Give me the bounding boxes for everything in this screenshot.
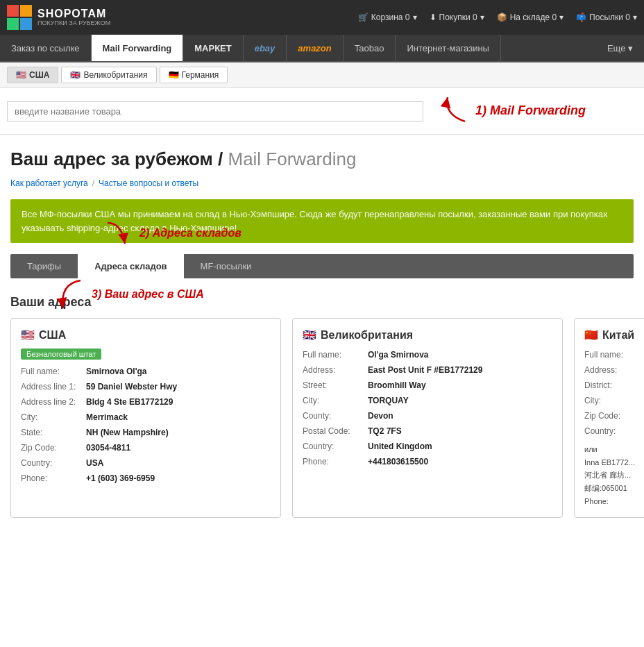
usa-zip-value: 03054-4811 [86, 442, 130, 454]
uk-phone-value: +441803615500 [368, 455, 428, 468]
china-inna-text: Inna EB1772... [584, 456, 644, 469]
brand-tagline: ПОКУПКИ ЗА РУБЕЖОМ [37, 20, 110, 27]
china-card-title: 🇨🇳 Китай [584, 328, 644, 342]
uk-fullname-value: Ol'ga Smirnova [368, 348, 429, 361]
nav-more[interactable]: Еще ▾ [596, 35, 644, 61]
uk-addr-label: Address: [303, 364, 365, 376]
uk-postal-label: Postal Code: [303, 425, 365, 437]
search-row: 1) Mail Forwarding [7, 94, 637, 128]
usa-addr2-label: Address line 2: [21, 396, 83, 408]
nav-taobao[interactable]: Taobao [344, 35, 396, 61]
china-city-row: City: [584, 394, 644, 407]
warehouse-nav-item[interactable]: 📦 На складе 0 ▾ [497, 12, 564, 22]
search-area: 1) Mail Forwarding [0, 88, 644, 135]
uk-flag: 🇬🇧 [70, 70, 80, 80]
usa-addr2-row: Address line 2: Bldg 4 Ste EB1772129 [21, 396, 271, 408]
nav-internet[interactable]: Интернет-магазины [396, 35, 501, 61]
usa-state-row: State: NH (New Hampshire) [21, 426, 271, 439]
nav-order[interactable]: Заказ по ссылке [0, 35, 92, 61]
country-tab-de[interactable]: 🇩🇪 Германия [160, 67, 228, 83]
section-title: Ваши адреса [10, 295, 634, 310]
logo-icon [7, 5, 32, 30]
usa-country-label: Country: [21, 457, 83, 469]
top-nav: 🛒 Корзина 0 ▾ ⬇ Покупки 0 ▾ 📦 На складе … [358, 12, 637, 22]
uk-street-value: Broomhill Way [368, 379, 426, 392]
uk-addr-value: East Post Unit F #EB1772129 [368, 364, 482, 376]
info-box: Все МФ-посылки США мы принимаем на склад… [10, 199, 634, 243]
usa-city-row: City: Merrimack [21, 411, 271, 423]
tab-mf[interactable]: МF-посылки [184, 254, 269, 278]
svg-rect-2 [7, 18, 19, 30]
svg-rect-1 [20, 5, 32, 17]
china-fullname-label: Full name: [584, 348, 644, 361]
usa-addr1-value: 59 Daniel Webster Hwy [86, 380, 177, 393]
purchases-label: Покупки 0 [439, 12, 477, 22]
china-province-text: 河北省 廊坊... [584, 469, 644, 482]
usa-city-value: Merrimack [86, 411, 128, 423]
usa-zip-label: Zip Code: [21, 442, 83, 454]
usa-card-title: 🇺🇸 США [21, 328, 271, 342]
usa-phone-row: Phone: +1 (603) 369-6959 [21, 472, 271, 485]
breadcrumb: Как работает услуга / Частые вопросы и о… [10, 178, 634, 188]
nav-market[interactable]: МАРКЕТ [183, 35, 243, 61]
tab-tariffs[interactable]: Тарифы [10, 254, 78, 278]
brand-name: SHOPOTAM [37, 8, 110, 20]
tab-addresses[interactable]: Адреса складов [78, 254, 183, 278]
uk-county-value: Devon [368, 410, 393, 422]
usa-addr1-label: Address line 1: [21, 380, 83, 393]
warehouse-icon: 📦 [497, 12, 507, 22]
download-icon: ⬇ [430, 12, 437, 22]
country-tabs: 🇺🇸 США 🇬🇧 Великобритания 🇩🇪 Германия [0, 62, 644, 88]
arrow-1-icon [437, 94, 472, 128]
china-country-label: Country: [584, 425, 644, 437]
china-or-text: или [584, 443, 644, 456]
china-zip-label: Zip Code: [584, 410, 644, 422]
breadcrumb-link-1[interactable]: Как работает услуга [10, 178, 88, 188]
nav-ebay[interactable]: ebay [244, 35, 287, 61]
usa-addr1-row: Address line 1: 59 Daniel Webster Hwy [21, 380, 271, 393]
uk-phone-label: Phone: [303, 455, 365, 468]
parcel-icon: 📫 [576, 12, 586, 22]
nav-mailforward[interactable]: Mail Forwarding [92, 35, 184, 61]
de-label: Германия [182, 70, 219, 80]
uk-country-value: United Kingdom [368, 440, 432, 453]
logo-text: SHOPOTAM ПОКУПКИ ЗА РУБЕЖОМ [37, 8, 110, 26]
usa-state-value: NH (New Hampshire) [86, 426, 169, 439]
uk-country-label: Country: [303, 440, 365, 453]
uk-postal-row: Postal Code: TQ2 7FS [303, 425, 552, 437]
china-zip-text: 邮编:065001 [584, 482, 644, 495]
breadcrumb-link-2[interactable]: Частые вопросы и ответы [99, 178, 198, 188]
cart-label: Корзина 0 [371, 12, 410, 22]
main-nav: Заказ по ссылке Mail Forwarding МАРКЕТ e… [0, 35, 644, 62]
logo[interactable]: SHOPOTAM ПОКУПКИ ЗА РУБЕЖОМ [7, 5, 110, 30]
uk-addr-row: Address: East Post Unit F #EB1772129 [303, 364, 552, 376]
uk-postal-value: TQ2 7FS [368, 425, 402, 437]
purchases-nav-item[interactable]: ⬇ Покупки 0 ▾ [430, 12, 484, 22]
annotation-1-text: 1) Mail Forwarding [475, 103, 586, 117]
china-addr-row: Address: [584, 364, 644, 376]
country-tab-uk[interactable]: 🇬🇧 Великобритания [61, 67, 156, 83]
cart-nav-item[interactable]: 🛒 Корзина 0 ▾ [358, 12, 417, 22]
uk-label: Великобритания [83, 70, 147, 80]
usa-fullname-label: Full name: [21, 365, 83, 378]
parcels-label: Посылки 0 [589, 12, 630, 22]
page-title-main: Ваш адрес за рубежом / [10, 149, 223, 169]
page-title-secondary: Mail Forwarding [228, 149, 356, 169]
nav-amazon[interactable]: amazon [287, 35, 343, 61]
breadcrumb-sep: / [92, 178, 94, 188]
uk-phone-row: Phone: +441803615500 [303, 455, 552, 468]
uk-card-country: Великобритания [321, 329, 413, 342]
usa-phone-value: +1 (603) 369-6959 [86, 472, 155, 485]
usa-phone-label: Phone: [21, 472, 83, 485]
search-input[interactable] [7, 101, 423, 121]
china-fullname-row: Full name: [584, 348, 644, 361]
china-address-card: 🇨🇳 Китай Full name: Address: District: C… [574, 318, 644, 518]
country-tab-usa[interactable]: 🇺🇸 США [7, 67, 58, 83]
warehouse-label: На складе 0 [510, 12, 557, 22]
usa-card-country: США [39, 329, 66, 342]
parcels-nav-item[interactable]: 📫 Посылки 0 ▾ [576, 12, 637, 22]
uk-card-flag: 🇬🇧 [303, 328, 316, 342]
china-zip-row: Zip Code: [584, 410, 644, 422]
china-district-label: District: [584, 379, 644, 392]
usa-fullname-value: Smirnova Ol'ga [86, 365, 147, 378]
